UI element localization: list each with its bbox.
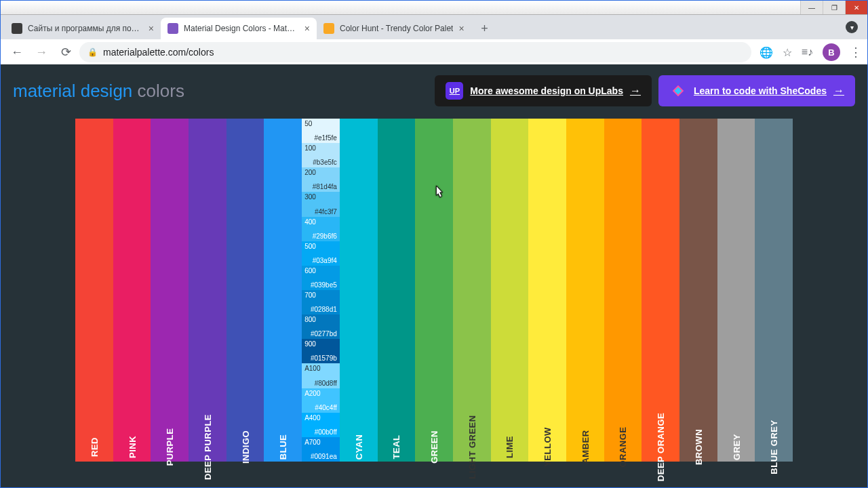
shade-hex: #00b0ff — [315, 428, 337, 436]
uplabs-link[interactable]: UP More awesome design on UpLabs → — [435, 75, 652, 106]
tab-title: Сайты и программы для подбо — [28, 24, 143, 33]
bookmark-icon[interactable]: ☆ — [783, 46, 792, 59]
color-column-lime[interactable]: LIME — [491, 119, 529, 462]
back-button[interactable]: ← — [6, 41, 28, 63]
color-column-label: INDIGO — [240, 430, 250, 464]
shade-hex: #0277bd — [311, 330, 337, 338]
color-column-blue[interactable]: BLUE — [264, 119, 302, 462]
color-column-brown[interactable]: BROWN — [679, 119, 717, 462]
browser-tab-strip: Сайты и программы для подбо×Material Des… — [1, 15, 867, 39]
shade-name: 200 — [304, 169, 316, 176]
shade-swatch[interactable]: A100#80d8ff — [302, 363, 340, 388]
shade-swatch[interactable]: 300#4fc3f7 — [302, 192, 340, 216]
color-column-label: CYAN — [353, 434, 363, 460]
color-column-purple[interactable]: PURPLE — [151, 119, 189, 462]
color-column-green[interactable]: GREEN — [415, 119, 453, 462]
tab-close-button[interactable]: × — [149, 23, 154, 34]
color-column-blue-grey[interactable]: BLUE GREY — [755, 119, 793, 462]
color-column-deep-purple[interactable]: DEEP PURPLE — [189, 119, 226, 462]
tab-close-button[interactable]: × — [304, 23, 310, 34]
new-tab-button[interactable]: + — [475, 19, 494, 38]
forward-button[interactable]: → — [31, 41, 52, 63]
color-column-grey[interactable]: GREY — [717, 119, 755, 462]
brand-title[interactable]: material design colors — [13, 81, 184, 102]
shade-swatch[interactable]: 900#01579b — [302, 339, 340, 363]
tab-search-icon[interactable]: ▾ — [846, 21, 858, 33]
tab-favicon-icon — [12, 23, 22, 34]
color-column-orange[interactable]: ORANGE — [604, 119, 642, 462]
reload-button[interactable]: ⟳ — [55, 41, 77, 63]
color-column-light-green[interactable]: LIGHT GREEN — [453, 119, 491, 462]
browser-tab[interactable]: Color Hunt - Trendy Color Palet× — [317, 18, 471, 39]
reading-list-icon[interactable]: ≡♪ — [802, 46, 813, 58]
color-column-light-blue[interactable]: 50#e1f5fe100#b3e5fc200#81d4fa300#4fc3f74… — [302, 119, 340, 462]
shade-swatch[interactable]: 500#03a9f4 — [302, 241, 340, 266]
shade-name: 50 — [304, 120, 312, 127]
page-content: material design colors UP More awesome d… — [1, 64, 867, 487]
color-column-label: ORANGE — [618, 426, 628, 467]
uplabs-label: More awesome design on UpLabs — [470, 85, 623, 96]
color-column-label: BROWN — [693, 429, 703, 465]
lock-icon: 🔒 — [87, 47, 98, 57]
tab-title: Material Design Colors - Materia — [184, 24, 299, 33]
shecodes-logo-icon — [669, 82, 687, 100]
shade-swatch[interactable]: 100#b3e5fc — [302, 143, 340, 167]
shade-hex: #03a9f4 — [313, 257, 337, 264]
color-column-indigo[interactable]: INDIGO — [226, 119, 264, 462]
color-column-deep-orange[interactable]: DEEP ORANGE — [642, 119, 679, 462]
shade-swatch[interactable]: A200#40c4ff — [302, 388, 340, 413]
color-column-label: DEEP PURPLE — [202, 414, 212, 480]
window-minimize-button[interactable]: — — [800, 1, 823, 14]
shade-hex: #81d4fa — [313, 183, 337, 190]
color-column-label: TEAL — [391, 435, 401, 460]
color-column-label: DEEP ORANGE — [656, 413, 666, 481]
color-column-label: GREY — [731, 434, 741, 460]
translate-icon[interactable]: 🌐 — [760, 46, 773, 59]
shade-name: A200 — [304, 390, 320, 397]
shade-hex: #80d8ff — [315, 380, 337, 387]
browser-tab[interactable]: Сайты и программы для подбо× — [5, 18, 161, 39]
profile-avatar[interactable]: B — [823, 43, 840, 61]
color-column-teal[interactable]: TEAL — [378, 119, 416, 462]
color-column-amber[interactable]: AMBER — [566, 119, 604, 462]
color-column-yellow[interactable]: YELLOW — [528, 119, 566, 462]
shade-list: 50#e1f5fe100#b3e5fc200#81d4fa300#4fc3f74… — [302, 119, 340, 462]
shade-swatch[interactable]: A700#0091ea — [302, 437, 340, 462]
window-maximize-button[interactable]: ❐ — [823, 1, 845, 14]
window-titlebar: — ❐ ✕ — [1, 1, 867, 15]
color-column-cyan[interactable]: CYAN — [340, 119, 378, 462]
shade-hex: #29b6f6 — [313, 232, 337, 240]
tab-title: Color Hunt - Trendy Color Palet — [340, 24, 453, 33]
browser-tab[interactable]: Material Design Colors - Materia× — [161, 18, 317, 39]
shade-swatch[interactable]: 600#039be5 — [302, 266, 340, 290]
color-column-label: AMBER — [580, 430, 590, 464]
shade-hex: #40c4ff — [315, 404, 337, 411]
shade-swatch[interactable]: 50#e1f5fe — [302, 119, 340, 143]
color-column-label: YELLOW — [542, 427, 553, 467]
uplabs-logo-icon: UP — [446, 82, 463, 100]
color-column-label: PURPLE — [165, 428, 175, 466]
address-bar[interactable]: 🔒 materialpalette.com/colors — [79, 42, 751, 62]
shade-name: 900 — [304, 340, 316, 348]
shade-swatch[interactable]: 700#0288d1 — [302, 290, 340, 314]
shade-hex: #0288d1 — [311, 306, 337, 313]
window-close-button[interactable]: ✕ — [845, 1, 867, 14]
shecodes-link[interactable]: Learn to code with SheCodes → — [658, 75, 855, 106]
color-column-red[interactable]: RED — [75, 119, 113, 462]
tab-close-button[interactable]: × — [458, 23, 464, 34]
color-palette-grid: REDPINKPURPLEDEEP PURPLEINDIGOBLUE50#e1f… — [75, 119, 793, 462]
color-column-label: RED — [89, 437, 99, 457]
brand-part2: colors — [138, 81, 184, 101]
shade-name: 300 — [304, 193, 316, 201]
arrow-right-icon: → — [630, 85, 641, 97]
shade-swatch[interactable]: A400#00b0ff — [302, 413, 340, 437]
shade-swatch[interactable]: 400#29b6f6 — [302, 217, 340, 241]
shade-hex: #01579b — [311, 354, 337, 362]
shade-hex: #039be5 — [311, 281, 337, 289]
chrome-menu-button[interactable]: ⋮ — [850, 45, 862, 60]
url-text: materialpalette.com/colors — [103, 47, 214, 58]
shade-swatch[interactable]: 800#0277bd — [302, 314, 340, 339]
color-column-pink[interactable]: PINK — [113, 119, 151, 462]
shade-swatch[interactable]: 200#81d4fa — [302, 167, 340, 192]
shade-name: A400 — [304, 414, 320, 422]
